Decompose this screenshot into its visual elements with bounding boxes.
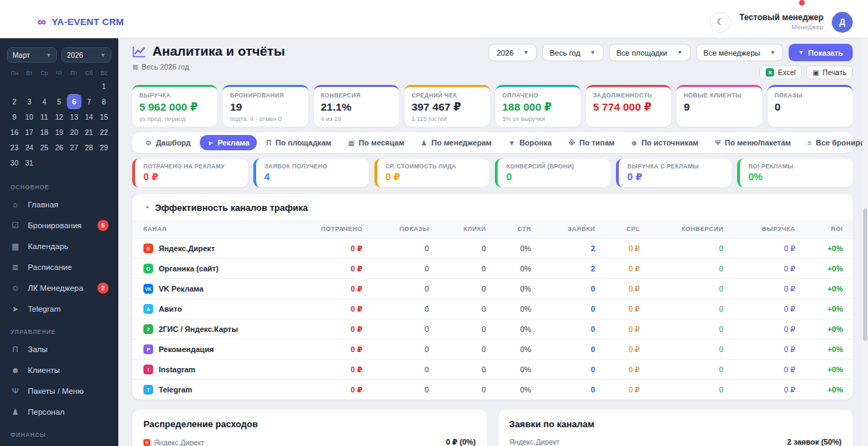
calendar-day[interactable]: 6 [67, 94, 81, 109]
kpi-card: ОПЛАЧЕНО188 000 ₽3% от выручки [496, 85, 581, 127]
theme-toggle-button[interactable]: ☾ [710, 12, 731, 33]
calendar-day[interactable]: 27 [67, 140, 81, 155]
calendar-day[interactable]: 2 [7, 94, 22, 109]
show-button[interactable]: ▼ Показать [789, 44, 853, 61]
sidebar-item-telegram[interactable]: ➤Telegram [0, 298, 118, 319]
sidebar-item-главная[interactable]: ⌂Главная [0, 194, 118, 215]
calendar-day[interactable]: 23 [7, 140, 22, 155]
month-select[interactable]: Март ▼ [7, 47, 57, 63]
calendar-day[interactable]: 8 [97, 94, 111, 109]
calendar-day[interactable]: 22 [97, 125, 111, 140]
channel-name: Рекомендация [159, 345, 214, 353]
sidebar-item-персонал[interactable]: ♟Персонал [0, 401, 118, 422]
calendar-day[interactable]: 9 [7, 109, 22, 125]
tab-по-месяцам[interactable]: ▦По месяцам [340, 135, 412, 150]
sidebar-item-бронирования[interactable]: ☑Бронирования5 [0, 215, 118, 236]
traffic-table-title-text: Эффективность каналов трафика [155, 202, 308, 213]
revenue-cell: 0 ₽ [733, 340, 805, 360]
revenue-cell: 0 ₽ [733, 299, 805, 319]
column-header: ПОТРАЧЕНО [290, 220, 372, 239]
calendar-day[interactable]: 12 [52, 109, 66, 125]
sidebar-item-лк-менеджера[interactable]: ☺ЛК Менеджера2 [0, 278, 118, 298]
ad-metric-value: 0 ₽ [627, 171, 723, 182]
print-button[interactable]: ▣ Печать [806, 65, 853, 79]
chevron-down-icon: ▼ [46, 52, 52, 58]
column-header: КЛИКИ [439, 220, 496, 239]
calendar-day[interactable]: 26 [52, 140, 66, 155]
ad-metric-value: 0 ₽ [386, 171, 482, 182]
calendar-day[interactable]: 31 [22, 155, 36, 170]
tab-по-источникам[interactable]: ⊕По источникам [624, 135, 706, 150]
tab-по-меню-пакетам[interactable]: ΨПо меню/пакетам [707, 135, 798, 150]
avatar[interactable]: Д [832, 12, 853, 33]
channel-cell: РРекомендация [132, 340, 290, 360]
excel-export-button[interactable]: X Excel [759, 65, 802, 79]
calendar-day[interactable]: 28 [81, 140, 96, 155]
calendar-icon: ▦ [132, 63, 139, 70]
calendar-selects: Март ▼ 2026 ▼ [7, 47, 111, 63]
sidebar-item-пакеты-меню[interactable]: ΨПакеты / Меню [0, 381, 118, 401]
channel-cell: ЯЯндекс.Директ [132, 239, 290, 259]
calendar-day[interactable]: 10 [22, 109, 36, 125]
venue-filter[interactable]: Все площадки ▼ [609, 44, 691, 61]
month-select-value: Март [13, 51, 30, 59]
calendar-day[interactable]: 19 [52, 125, 66, 140]
calendar-day[interactable]: 16 [7, 125, 22, 140]
roi-cell: +0% [805, 239, 853, 259]
calendar-day[interactable]: 21 [81, 125, 96, 140]
period-filter[interactable]: Весь год ▼ [542, 44, 603, 61]
calendar-day[interactable]: 25 [37, 140, 52, 155]
sidebar-item-расписание[interactable]: ≣Расписание [0, 257, 118, 278]
period-filter-value: Весь год [550, 49, 581, 57]
manager-filter[interactable]: Все менеджеры ▼ [696, 44, 783, 61]
calendar-day[interactable]: 29 [97, 140, 111, 155]
tab-по-площадкам[interactable]: ΠПо площадкам [258, 135, 338, 150]
calendar-day[interactable]: 7 [81, 94, 96, 109]
shows-cell: 0 [372, 259, 439, 279]
sidebar-item-календарь[interactable]: ▦Календарь [0, 236, 118, 257]
list-icon: ≡ [807, 139, 812, 147]
calendar-day[interactable]: 3 [22, 94, 36, 109]
calendar-day[interactable]: 18 [37, 125, 52, 140]
halls-icon: Π [10, 345, 21, 353]
kpi-row: ВЫРУЧКА5 962 000 ₽vs пред. периодБРОНИРО… [132, 85, 853, 127]
sidebar-item-платежи[interactable]: ▤Платежи [0, 442, 118, 446]
calendar-day[interactable]: 17 [22, 125, 36, 140]
calendar-day[interactable]: 5 [52, 94, 66, 109]
kpi-card: ПОКАЗЫ0 [768, 85, 853, 127]
calendar-day[interactable]: 13 [67, 109, 81, 125]
calendar-day[interactable]: 1 [97, 79, 111, 94]
spent-cell: 0 ₽ [290, 239, 372, 259]
calendar-day[interactable]: 11 [37, 109, 52, 125]
scrollbar-thumb[interactable] [863, 209, 867, 341]
menu-packages-icon: Ψ [10, 387, 21, 395]
tab-дашборд[interactable]: ⚙Дашборд [138, 135, 198, 150]
calendar-icon: ▦ [348, 139, 354, 147]
sidebar-item-клиенты[interactable]: ☻Клиенты [0, 360, 118, 381]
distribution-value: 0 ₽ (0%) [445, 438, 475, 446]
sidebar-item-залы[interactable]: ΠЗалы [0, 339, 118, 360]
conversions-cell: 0 [649, 319, 733, 340]
tab-все-бронирования[interactable]: ≡Все бронирования [800, 135, 868, 150]
scrollbar-track[interactable] [862, 38, 868, 446]
year-select[interactable]: 2026 ▼ [61, 47, 111, 63]
tab-по-менеджерам[interactable]: ♟По менеджерам [413, 135, 499, 150]
year-filter[interactable]: 2026 ▼ [489, 44, 536, 61]
calendar-day[interactable]: 30 [7, 155, 22, 170]
kpi-card: БРОНИРОВАНИЯ19подтв. 4 · отмен 0 [223, 85, 308, 127]
calendar-day[interactable]: 14 [81, 109, 96, 125]
kpi-value: 0 [775, 101, 846, 113]
calendar-day[interactable]: 24 [22, 140, 36, 155]
tab-воронка[interactable]: ▼Воронка [500, 135, 559, 150]
tab-по-типам[interactable]: ※По типам [561, 135, 622, 150]
ad-metric-label: ЗАЯВОК ПОЛУЧЕНО [265, 163, 361, 170]
calendar-day[interactable]: 20 [67, 125, 81, 140]
user-role: Менеджер [739, 23, 823, 31]
column-header: CPL [605, 220, 649, 239]
chevron-down-icon: ▼ [770, 49, 775, 56]
calendar-day[interactable]: 4 [37, 94, 52, 109]
app-logo[interactable]: ∞ YA-EVENT CRM [38, 15, 124, 29]
calendar-day[interactable]: 15 [97, 109, 111, 125]
traffic-table: КАНАЛПОТРАЧЕНОПОКАЗЫКЛИКИCTRЗАЯВКИCPLКОН… [132, 220, 853, 399]
tab-реклама[interactable]: ➤Реклама [200, 135, 257, 150]
